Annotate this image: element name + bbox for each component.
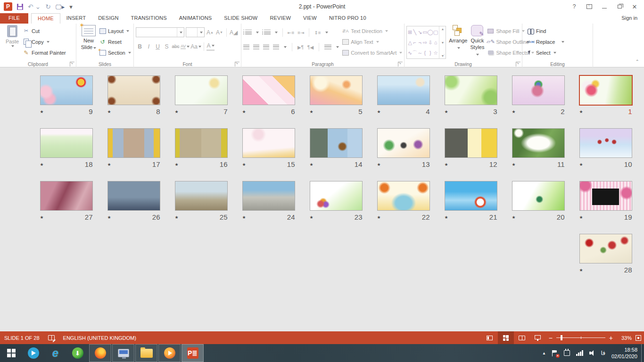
show-desktop-button[interactable] [641,344,644,362]
slide-thumbnail-10[interactable] [579,128,632,158]
increase-indent-button[interactable]: ≡⇥ [297,30,304,35]
shape-item-icon[interactable]: ☆ [433,50,438,56]
increase-font-size-button[interactable]: A▲ [206,28,214,37]
animation-indicator-icon[interactable]: ★ [40,215,44,220]
animation-indicator-icon[interactable]: ★ [579,109,583,114]
close-button[interactable]: ✕ [628,2,641,11]
slide-thumbnail-8[interactable] [107,75,160,105]
repeat-button[interactable]: ↻ [45,3,51,10]
select-button[interactable]: Select [527,48,591,58]
tab-file[interactable]: FILE [0,13,28,24]
change-case-button[interactable]: Aa [190,42,201,51]
animation-indicator-icon[interactable]: ★ [377,109,381,114]
save-button[interactable] [17,4,23,10]
tab-insert[interactable]: INSERT [60,13,92,24]
tab-slide-show[interactable]: SLIDE SHOW [218,13,264,24]
animation-indicator-icon[interactable]: ★ [107,215,111,220]
animation-indicator-icon[interactable]: ★ [40,109,44,114]
start-button[interactable] [0,344,22,362]
section-button[interactable]: Section [99,48,131,58]
slide-thumbnail-16[interactable] [175,128,228,158]
animation-indicator-icon[interactable]: ★ [175,162,179,167]
animation-indicator-icon[interactable]: ★ [579,268,583,272]
paragraph-dialog-launcher-icon[interactable] [398,62,403,66]
animation-indicator-icon[interactable]: ★ [512,215,516,220]
help-button[interactable]: ? [568,2,581,11]
tab-home[interactable]: HOME [31,13,60,24]
undo-button[interactable]: ↶ ⌄ [28,3,41,10]
animation-indicator-icon[interactable]: ★ [107,109,111,114]
shape-item-icon[interactable]: ⊞ [408,29,412,35]
slide-thumbnail-1[interactable] [579,75,633,106]
zoom-percentage[interactable]: 33% [616,335,632,341]
bullets-button[interactable] [243,28,252,37]
slide-thumbnail-21[interactable] [445,181,497,211]
slide-thumbnail-17[interactable] [107,128,160,158]
shadow-button[interactable]: S [163,42,171,51]
animation-indicator-icon[interactable]: ★ [377,215,381,220]
paste-button[interactable]: Paste [2,25,23,59]
power-icon[interactable] [564,350,570,356]
italic-button[interactable]: I [145,42,153,51]
slide-thumbnail-20[interactable] [512,181,565,211]
slide-sorter-view-button[interactable] [498,331,514,344]
slide-thumbnail-26[interactable] [107,181,160,211]
animation-indicator-icon[interactable]: ★ [242,162,246,167]
shape-item-icon[interactable]: ▭ [422,29,427,35]
normal-view-button[interactable] [482,331,498,344]
start-from-beginning-button[interactable]: 🖵▸ [56,4,65,10]
animation-indicator-icon[interactable]: ★ [445,109,448,114]
layout-button[interactable]: Layout [99,26,131,36]
taskbar-media-player-button[interactable] [158,344,181,362]
action-center-flag-icon[interactable] [552,350,558,356]
animation-indicator-icon[interactable]: ★ [445,162,448,167]
scroll-up-icon[interactable]: ▲ [441,27,444,31]
slide-thumbnail-22[interactable] [377,181,430,211]
minimize-button[interactable] [598,2,611,11]
clear-formatting-button[interactable]: A◢ [230,28,238,37]
network-signal-icon[interactable] [576,350,583,356]
slide-thumbnail-11[interactable] [512,128,565,158]
scroll-down-icon[interactable]: ▼ [441,41,444,44]
quick-styles-button[interactable]: QuickStyles [470,25,484,59]
animation-indicator-icon[interactable]: ★ [512,109,516,114]
cut-button[interactable]: ✂ Cut [23,26,66,36]
fit-slide-to-window-button[interactable] [636,335,641,341]
decrease-font-size-button[interactable]: A▼ [215,28,223,37]
sign-in-link[interactable]: Sign in [615,13,644,24]
restore-button[interactable] [613,2,626,11]
shape-item-icon[interactable]: { [424,50,426,56]
taskbar-telegram-button[interactable] [22,344,44,362]
animation-indicator-icon[interactable]: ★ [377,162,381,167]
zoom-slider[interactable] [556,337,605,338]
taskbar-firefox-button[interactable] [89,344,111,362]
slide-thumbnail-25[interactable] [175,181,228,211]
slide-thumbnail-6[interactable] [242,75,295,105]
slide-thumbnail-5[interactable] [310,75,363,105]
slide-thumbnail-9[interactable] [40,75,93,105]
shape-item-icon[interactable]: ∿ [408,50,412,56]
slide-thumbnail-14[interactable] [310,128,363,158]
new-slide-button[interactable]: NewSlide [78,25,99,59]
numbering-button[interactable] [262,28,271,37]
taskbar-internet-explorer-button[interactable]: e [44,344,66,362]
tab-animations[interactable]: ANIMATIONS [173,13,218,24]
language-indicator[interactable]: ENGLISH (UNITED KINGDOM) [63,335,136,341]
animation-indicator-icon[interactable]: ★ [579,162,583,167]
shape-item-icon[interactable]: ⌐ [413,40,416,45]
tab-view[interactable]: VIEW [297,13,323,24]
shape-item-icon[interactable]: } [429,50,431,56]
font-dialog-launcher-icon[interactable] [235,62,239,66]
drawing-dialog-launcher-icon[interactable] [516,62,520,66]
slide-thumbnail-7[interactable] [175,75,228,105]
shape-item-icon[interactable]: ⇨ [423,40,427,46]
animation-indicator-icon[interactable]: ★ [310,109,314,114]
line-spacing-button[interactable]: ⇕≡ [314,30,321,35]
shape-item-icon[interactable]: ◯ [428,29,433,35]
justify-button[interactable] [273,43,279,51]
animation-indicator-icon[interactable]: ★ [310,162,314,167]
slide-thumbnail-27[interactable] [40,181,93,211]
powerpoint-app-icon[interactable]: P [4,2,12,11]
customize-quick-access-toolbar-button[interactable]: ▾ [69,4,73,10]
tab-nitro-pro[interactable]: NITRO PRO 10 [323,13,372,24]
